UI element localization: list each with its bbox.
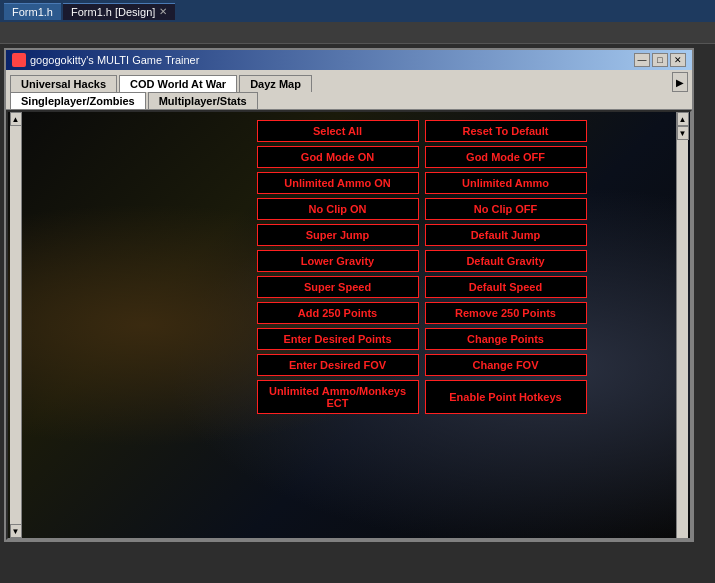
lower-gravity-button[interactable]: Lower Gravity: [257, 250, 419, 272]
add-250-points-button[interactable]: Add 250 Points: [257, 302, 419, 324]
btn-row-7: Add 250 Points Remove 250 Points: [163, 302, 680, 324]
btn-row-4: Super Jump Default Jump: [163, 224, 680, 246]
enter-desired-points-button[interactable]: Enter Desired Points: [257, 328, 419, 350]
scroll-right-up[interactable]: ▲: [677, 112, 689, 126]
btn-row-2: Unlimited Ammo ON Unlimited Ammo: [163, 172, 680, 194]
no-clip-on-button[interactable]: No Clip ON: [257, 198, 419, 220]
app-window: gogogokitty's MULTI Game Trainer — □ ✕ U…: [4, 48, 694, 542]
titlebar-left: gogogokitty's MULTI Game Trainer: [12, 53, 199, 67]
tab-multiplayer-stats[interactable]: Multiplayer/Stats: [148, 92, 258, 109]
change-points-button[interactable]: Change Points: [425, 328, 587, 350]
ide-tab-formh-design[interactable]: Form1.h [Design] ✕: [63, 3, 175, 20]
ide-topbar: Form1.h Form1.h [Design] ✕: [0, 0, 715, 22]
scroll-down-arrow[interactable]: ▼: [10, 524, 22, 538]
scroll-right-down[interactable]: ▼: [677, 126, 689, 140]
scroll-up-arrow[interactable]: ▲: [10, 112, 22, 126]
sub-tab-row: Singleplayer/Zombies Multiplayer/Stats: [6, 92, 692, 110]
god-mode-on-button[interactable]: God Mode ON: [257, 146, 419, 168]
no-clip-off-button[interactable]: No Clip OFF: [425, 198, 587, 220]
btn-row-3: No Clip ON No Clip OFF: [163, 198, 680, 220]
app-titlebar: gogogokitty's MULTI Game Trainer — □ ✕: [6, 50, 692, 70]
btn-row-9: Enter Desired FOV Change FOV: [163, 354, 680, 376]
enter-desired-fov-button[interactable]: Enter Desired FOV: [257, 354, 419, 376]
close-icon[interactable]: ✕: [159, 6, 167, 17]
titlebar-controls: — □ ✕: [634, 53, 686, 67]
ide-tab-formh[interactable]: Form1.h: [4, 3, 61, 20]
tab-singleplayer-zombies[interactable]: Singleplayer/Zombies: [10, 92, 146, 109]
default-speed-button[interactable]: Default Speed: [425, 276, 587, 298]
btn-row-5: Lower Gravity Default Gravity: [163, 250, 680, 272]
btn-row-10: Unlimited Ammo/Monkeys ECT Enable Point …: [163, 380, 680, 414]
tab-cod-world-at-war[interactable]: COD World At War: [119, 75, 237, 92]
remove-250-points-button[interactable]: Remove 250 Points: [425, 302, 587, 324]
tab-dayz-map[interactable]: Dayz Map: [239, 75, 312, 92]
unlimited-ammo-on-button[interactable]: Unlimited Ammo ON: [257, 172, 419, 194]
super-speed-button[interactable]: Super Speed: [257, 276, 419, 298]
main-tab-row: Universal Hacks COD World At War Dayz Ma…: [6, 70, 692, 92]
close-button[interactable]: ✕: [670, 53, 686, 67]
btn-row-6: Super Speed Default Speed: [163, 276, 680, 298]
right-scrollbar: ▲ ▼: [676, 112, 688, 538]
god-mode-off-button[interactable]: God Mode OFF: [425, 146, 587, 168]
app-title: gogogokitty's MULTI Game Trainer: [30, 54, 199, 66]
buttons-container: Select All Reset To Default God Mode ON …: [163, 120, 680, 414]
left-scrollbar: ▲ ▼: [10, 112, 22, 538]
btn-row-0: Select All Reset To Default: [163, 120, 680, 142]
tab-scroll-arrow[interactable]: ▶: [672, 72, 688, 92]
default-gravity-button[interactable]: Default Gravity: [425, 250, 587, 272]
super-jump-button[interactable]: Super Jump: [257, 224, 419, 246]
game-panel: ▲ ▼ Select All Reset To Default God Mode…: [6, 110, 692, 540]
btn-row-1: God Mode ON God Mode OFF: [163, 146, 680, 168]
enable-point-hotkeys-button[interactable]: Enable Point Hotkeys: [425, 380, 587, 414]
minimize-button[interactable]: —: [634, 53, 650, 67]
app-icon: [12, 53, 26, 67]
select-all-button[interactable]: Select All: [257, 120, 419, 142]
reset-to-default-button[interactable]: Reset To Default: [425, 120, 587, 142]
tab-universal-hacks[interactable]: Universal Hacks: [10, 75, 117, 92]
btn-row-8: Enter Desired Points Change Points: [163, 328, 680, 350]
unlimited-ammo-monkeys-button[interactable]: Unlimited Ammo/Monkeys ECT: [257, 380, 419, 414]
ide-toolbar: [0, 22, 715, 44]
unlimited-ammo-button[interactable]: Unlimited Ammo: [425, 172, 587, 194]
maximize-button[interactable]: □: [652, 53, 668, 67]
change-fov-button[interactable]: Change FOV: [425, 354, 587, 376]
default-jump-button[interactable]: Default Jump: [425, 224, 587, 246]
